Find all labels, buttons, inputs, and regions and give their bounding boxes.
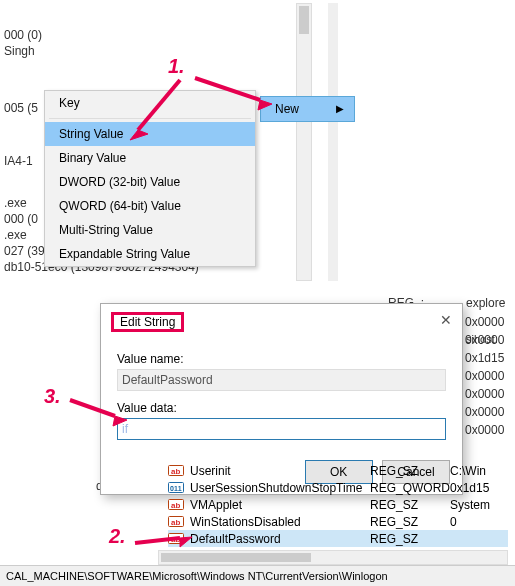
bg-text: 027 (39) [4, 244, 49, 258]
arrow-icon [130, 525, 200, 555]
value-name: WinStationsDisabled [190, 515, 370, 529]
value-type: REG_SZ [370, 464, 450, 478]
bg-data: 0x1d15 [465, 351, 504, 365]
string-value-icon: ab [168, 497, 184, 512]
value-name: VMApplet [190, 498, 370, 512]
arrow-icon [190, 70, 280, 120]
scrollbar-horizontal[interactable] [158, 550, 508, 565]
value-data: System [450, 498, 490, 512]
menu-item-expandable-string-value[interactable]: Expandable String Value [45, 242, 255, 266]
table-row-selected[interactable]: ab DefaultPassword REG_SZ [168, 530, 508, 547]
table-row[interactable]: 011 UserSessionShutdownStopTime REG_QWOR… [168, 479, 508, 496]
svg-text:ab: ab [171, 501, 180, 510]
svg-line-16 [135, 538, 180, 543]
value-type: REG_SZ [370, 532, 450, 546]
table-row[interactable]: ab WinStationsDisabled REG_SZ 0 [168, 513, 508, 530]
bg-data: sihost. [466, 333, 498, 345]
bg-text: IA4-1 [4, 154, 33, 168]
bg-text: 000 (0 [4, 212, 38, 226]
bg-data: 0x0000 [465, 387, 504, 401]
qword-value-icon: 011 [168, 480, 184, 495]
menu-item-dword-value[interactable]: DWORD (32-bit) Value [45, 170, 255, 194]
chevron-right-icon: ▶ [336, 103, 344, 114]
svg-line-2 [195, 78, 260, 100]
value-name-field[interactable] [117, 369, 446, 391]
close-icon[interactable]: ✕ [440, 312, 452, 332]
string-value-icon: ab [168, 463, 184, 478]
dialog-title: Edit String [111, 312, 184, 332]
bg-text: 005 (5 [4, 101, 38, 115]
value-data: 0x1d15 [450, 481, 489, 495]
status-bar: CAL_MACHINE\SOFTWARE\Microsoft\Windows N… [0, 565, 515, 586]
annotation-step-2: 2. [109, 525, 126, 548]
bg-data: 0x0000 [465, 423, 504, 437]
value-data: 0 [450, 515, 457, 529]
bg-text: .exe [4, 196, 27, 210]
svg-marker-5 [113, 416, 127, 426]
value-type: REG_QWORD [370, 481, 450, 495]
bg-data: 0x0000 [465, 369, 504, 383]
value-name: UserSessionShutdownStopTime [190, 481, 370, 495]
table-row[interactable]: ab Userinit REG_SZ C:\Win [168, 462, 508, 479]
svg-line-0 [138, 80, 180, 130]
dialog-titlebar: Edit String ✕ [101, 304, 462, 340]
bg-data: explore [466, 296, 505, 310]
bg-text: 000 (0) [4, 28, 42, 42]
svg-text:ab: ab [171, 467, 180, 476]
value-type: REG_SZ [370, 498, 450, 512]
table-row[interactable]: ab VMApplet REG_SZ System [168, 496, 508, 513]
divider [328, 3, 338, 281]
bg-text: .exe [4, 228, 27, 242]
registry-value-list: ab Userinit REG_SZ C:\Win 011 UserSessio… [168, 462, 508, 547]
svg-marker-3 [258, 100, 272, 110]
value-name-label: Value name: [117, 352, 446, 366]
bg-data: 0x0000 [465, 315, 504, 329]
svg-marker-17 [180, 537, 192, 547]
scrollbar-vertical[interactable] [296, 3, 312, 281]
value-name: Userinit [190, 464, 370, 478]
svg-text:011: 011 [170, 485, 182, 492]
menu-item-qword-value[interactable]: QWORD (64-bit) Value [45, 194, 255, 218]
svg-line-4 [70, 400, 115, 416]
value-type: REG_SZ [370, 515, 450, 529]
value-data-label: Value data: [117, 401, 446, 415]
svg-marker-1 [130, 130, 148, 140]
bg-data: 0x0000 [465, 405, 504, 419]
menu-item-multi-string-value[interactable]: Multi-String Value [45, 218, 255, 242]
annotation-step-3: 3. [44, 385, 61, 408]
bg-text: Singh [4, 44, 35, 58]
value-data: C:\Win [450, 464, 486, 478]
arrow-icon [120, 70, 200, 150]
arrow-icon [65, 392, 135, 432]
value-data-field[interactable] [117, 418, 446, 440]
value-name: DefaultPassword [190, 532, 370, 546]
